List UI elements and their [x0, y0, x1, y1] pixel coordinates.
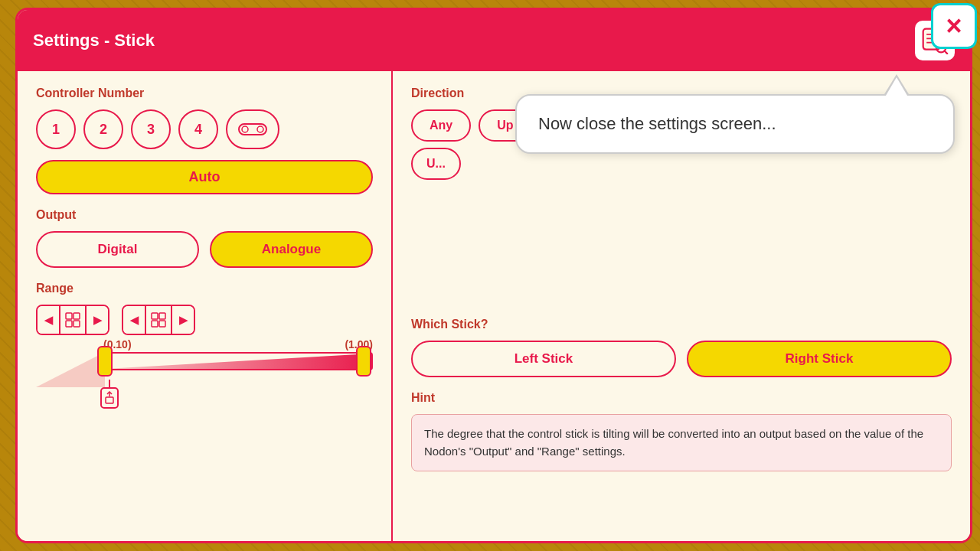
svg-point-9 [257, 126, 263, 132]
hint-box: The degree that the control stick is til… [411, 414, 952, 471]
svg-rect-14 [152, 313, 158, 319]
stepper-right-increase[interactable]: ▶ [172, 306, 194, 334]
controller-num-3[interactable]: 3 [131, 109, 171, 149]
range-label: Range [36, 282, 373, 295]
left-panel: Controller Number 1 2 3 4 Auto [18, 71, 393, 541]
indicator-stem [109, 380, 110, 387]
pink-triangle-svg [36, 352, 105, 387]
direction-up-right-button[interactable]: U... [411, 148, 461, 180]
stepper-right-decrease[interactable]: ◀ [123, 306, 145, 334]
svg-line-5 [945, 51, 948, 54]
left-stick-button[interactable]: Left Stick [411, 341, 676, 377]
range-slider-area: (0.10) (1.00) [36, 338, 373, 415]
output-label: Output [36, 208, 373, 222]
svg-rect-17 [159, 321, 165, 327]
close-button[interactable]: × [931, 3, 977, 49]
output-sep: Output [36, 208, 373, 222]
slider-thumb-left[interactable] [97, 346, 113, 377]
svg-rect-13 [74, 321, 80, 327]
controller-icon-button[interactable] [226, 109, 279, 149]
stepper-right-display [145, 306, 172, 334]
slider-track [103, 352, 373, 370]
right-stick-button[interactable]: Right Stick [687, 341, 952, 377]
stepper-left-decrease[interactable]: ◀ [38, 306, 59, 334]
slider-thumb-right[interactable] [356, 346, 371, 377]
stick-row: Left Stick Right Stick [411, 341, 952, 377]
indicator-icon-box [100, 387, 119, 409]
controller-num-2[interactable]: 2 [83, 109, 123, 149]
close-icon: × [946, 12, 962, 40]
speech-bubble: Now close the settings screen... [515, 94, 955, 154]
stepper-left-display [59, 306, 87, 334]
svg-rect-15 [159, 313, 165, 319]
controller-numbers-row: 1 2 3 4 [36, 109, 373, 149]
settings-modal: Settings - Stick Controller Number 1 [15, 8, 972, 543]
svg-marker-18 [36, 352, 105, 387]
output-row: Digital Analogue [36, 231, 373, 268]
speech-bubble-text: Now close the settings screen... [538, 114, 776, 133]
svg-rect-11 [74, 313, 80, 319]
stepper-left-increase[interactable]: ▶ [87, 306, 108, 334]
analogue-button[interactable]: Analogue [210, 231, 373, 268]
svg-rect-12 [66, 321, 72, 327]
range-controls: ◀ ▶ ◀ [36, 305, 373, 335]
svg-rect-19 [106, 397, 113, 403]
svg-rect-6 [239, 124, 266, 135]
svg-rect-16 [152, 321, 158, 327]
pink-triangle-bg [36, 352, 105, 387]
modal-header: Settings - Stick [18, 10, 970, 71]
range-section: Range ◀ ▶ [36, 282, 373, 415]
controller-number-label: Controller Number [36, 86, 373, 100]
which-stick-label: Which Stick? [411, 318, 952, 331]
which-stick-section: Which Stick? Left Stick Right Stick [411, 318, 952, 377]
direction-any-button[interactable]: Any [411, 109, 471, 142]
stepper-right-grid-icon [151, 312, 166, 328]
stepper-grid-icon [65, 312, 80, 328]
range-value-labels: (0.10) (1.00) [103, 338, 373, 350]
digital-button[interactable]: Digital [36, 231, 199, 268]
slider-fill [105, 354, 371, 369]
hint-text: The degree that the control stick is til… [424, 427, 923, 458]
indicator-upload-icon [104, 391, 115, 405]
controller-num-4[interactable]: 4 [178, 109, 218, 149]
range-stepper-left: ◀ ▶ [36, 305, 109, 335]
hint-section: Hint The degree that the control stick i… [411, 391, 952, 471]
svg-rect-10 [66, 313, 72, 319]
svg-point-8 [242, 126, 248, 132]
modal-body: Controller Number 1 2 3 4 Auto [18, 71, 970, 541]
right-panel: Direction Any Up U... Now close the sett… [393, 71, 970, 541]
hint-label: Hint [411, 391, 952, 405]
controller-svg-icon [237, 121, 268, 138]
slider-indicator [100, 380, 119, 409]
modal-title: Settings - Stick [33, 31, 155, 51]
range-stepper-right: ◀ ▶ [122, 305, 195, 335]
controller-num-1[interactable]: 1 [36, 109, 76, 149]
auto-button[interactable]: Auto [36, 160, 373, 194]
